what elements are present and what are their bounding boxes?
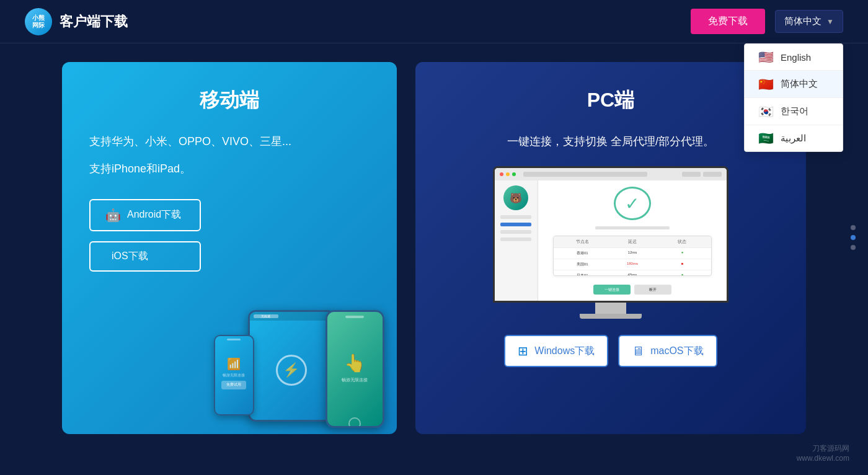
mobile-section-title: 移动端 — [89, 87, 370, 114]
header-right: 免费下载 简体中文 ▼ — [691, 9, 843, 34]
macos-download-button[interactable]: 🖥 macOS下载 — [618, 335, 717, 367]
imac-frame: 🐻 ✓ — [493, 166, 728, 320]
side-dot-2[interactable] — [851, 235, 856, 240]
screen-dot-red — [500, 172, 503, 176]
language-selector[interactable]: 简体中文 ▼ — [775, 10, 843, 33]
ios-btn-label: iOS下载 — [112, 250, 148, 263]
monitor-icon: 🖥 — [632, 344, 644, 358]
windows-icon: ⊞ — [518, 344, 528, 358]
lang-label-english: English — [781, 52, 811, 63]
main-content: 移动端 支持华为、小米、OPPO、VIVO、三星... 支持iPhone和iPa… — [0, 43, 868, 475]
watermark: 刀客源码网 www.dkewl.com — [797, 443, 849, 463]
screen-dot-green — [512, 172, 516, 176]
pc-desc: 一键连接，支持切换 全局代理/部分代理。 — [443, 131, 779, 151]
android-btn-label: Android下载 — [127, 208, 181, 221]
watermark-line2: www.dkewl.com — [797, 454, 849, 463]
lang-option-arabic[interactable]: 🇸🇦 العربية — [745, 125, 843, 151]
free-download-button[interactable]: 免费下载 — [691, 9, 765, 34]
flag-kr-icon: 🇰🇷 — [757, 106, 774, 117]
language-dropdown: 🇺🇸 English 🇨🇳 简体中文 🇰🇷 한국어 🇸🇦 العربية — [744, 43, 843, 152]
logo: 小熊 网际 — [25, 8, 52, 35]
mobile-desc2: 支持iPhone和iPad。 — [89, 159, 370, 179]
pc-section-title: PC端 — [443, 87, 779, 114]
imac-mockup: 🐻 ✓ — [443, 166, 779, 320]
mobile-section: 移动端 支持华为、小米、OPPO、VIVO、三星... 支持iPhone和iPa… — [62, 62, 397, 434]
phone-large: 👆 畅游无限连接 — [326, 310, 384, 428]
imac-screen: 🐻 ✓ — [493, 166, 728, 303]
android-download-button[interactable]: 🤖 Android下载 — [89, 199, 201, 231]
chevron-down-icon: ▼ — [826, 17, 834, 26]
macos-btn-label: macOS下载 — [650, 345, 703, 358]
screen-topbar — [495, 168, 727, 180]
phone-small: 📶 畅游无限连接 免费试用 — [214, 335, 254, 415]
header-title: 客户端下载 — [60, 12, 128, 31]
lang-option-korean[interactable]: 🇰🇷 한국어 — [745, 98, 843, 125]
mobile-desc1: 支持华为、小米、OPPO、VIVO、三星... — [89, 131, 370, 151]
screen-dot-yellow — [506, 172, 510, 176]
windows-download-button[interactable]: ⊞ Windows下载 — [504, 335, 608, 367]
windows-btn-label: Windows下载 — [534, 345, 595, 358]
header-left: 小熊 网际 客户端下载 — [25, 8, 128, 35]
flag-sa-icon: 🇸🇦 — [757, 133, 774, 144]
lang-option-chinese[interactable]: 🇨🇳 简体中文 — [745, 71, 843, 98]
side-dot-1[interactable] — [851, 225, 856, 230]
side-dot-3[interactable] — [851, 245, 856, 250]
logo-text: 小熊 网际 — [32, 14, 45, 29]
side-navigation-dots — [851, 225, 856, 250]
pc-download-buttons: ⊞ Windows下载 🖥 macOS下载 — [443, 335, 779, 367]
lang-current-label: 简体中文 — [784, 16, 822, 27]
tablet-device: 无线通 ⚡ — [248, 310, 335, 422]
lang-label-korean: 한국어 — [781, 105, 808, 117]
flag-us-icon: 🇺🇸 — [757, 51, 774, 63]
lang-option-english[interactable]: 🇺🇸 English — [745, 44, 843, 71]
android-icon: 🤖 — [105, 208, 121, 223]
lang-label-arabic: العربية — [781, 133, 806, 144]
flag-cn-icon: 🇨🇳 — [757, 79, 774, 90]
header: 小熊 网际 客户端下载 免费下载 简体中文 ▼ — [0, 0, 868, 43]
lang-label-chinese: 简体中文 — [781, 78, 818, 90]
watermark-line1: 刀客源码网 — [797, 443, 849, 454]
